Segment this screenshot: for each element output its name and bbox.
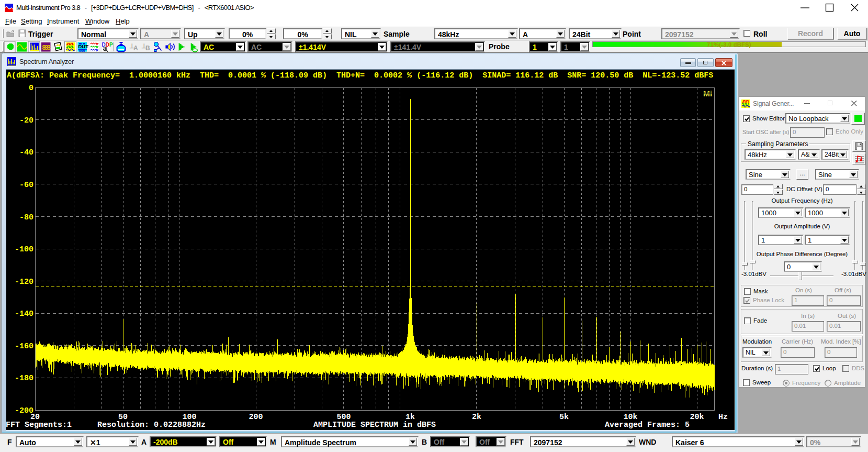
svg-text:Resolution: 0.0228882Hz: Resolution: 0.0228882Hz <box>97 421 206 429</box>
svg-text:-80: -80 <box>19 213 33 222</box>
svg-text:Mi: Mi <box>703 89 712 98</box>
svg-text:200: 200 <box>249 413 263 422</box>
svg-text:-40: -40 <box>19 148 33 157</box>
svg-text:B: B <box>145 45 150 52</box>
svg-text:DDP: DDP <box>102 42 113 48</box>
svg-text:-120: -120 <box>15 278 33 286</box>
svg-text:FFT Segments:1: FFT Segments:1 <box>6 421 72 429</box>
svg-text:5k: 5k <box>559 413 569 422</box>
svg-text:-60: -60 <box>19 181 33 190</box>
svg-text:-160: -160 <box>15 342 33 351</box>
svg-text:000: 000 <box>79 49 85 52</box>
svg-text:-180: -180 <box>15 374 33 383</box>
svg-text:20k: 20k <box>690 413 704 422</box>
svg-text:AMPLITUDE SPECTRUM in dBFS: AMPLITUDE SPECTRUM in dBFS <box>313 421 436 429</box>
svg-text:0: 0 <box>29 84 33 93</box>
svg-text:Averaged Frames: 5: Averaged Frames: 5 <box>605 421 690 429</box>
svg-text:A: A <box>133 45 138 52</box>
svg-text:-100: -100 <box>15 245 33 254</box>
svg-text:2k: 2k <box>472 413 481 422</box>
svg-text:-140: -140 <box>15 310 33 318</box>
svg-text:-20: -20 <box>19 116 33 125</box>
svg-text:Hz: Hz <box>718 413 728 422</box>
